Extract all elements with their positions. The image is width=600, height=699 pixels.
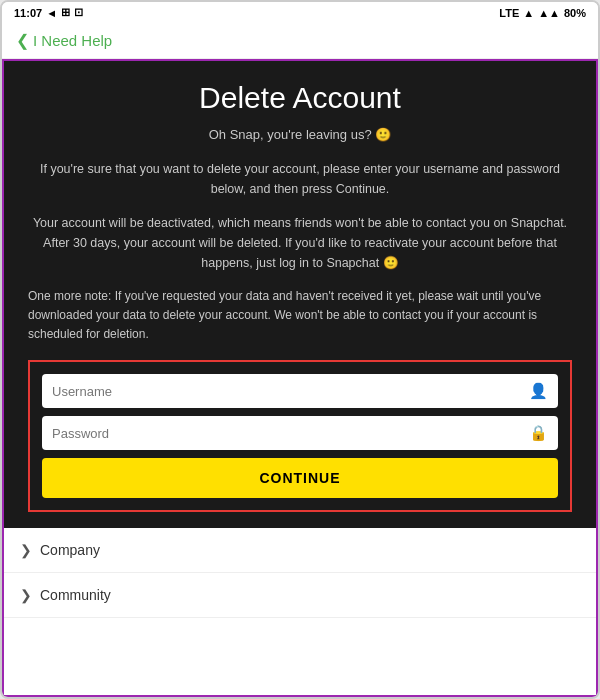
phone-frame: 11:07 ◄ ⊞ ⊡ LTE ▲ ▲▲ 80% ❮ I Need Help D… (0, 0, 600, 699)
community-label: Community (40, 587, 111, 603)
status-right: LTE ▲ ▲▲ 80% (499, 7, 586, 19)
nav-bar: ❮ I Need Help (2, 23, 598, 59)
signal-icon: ⊞ (61, 6, 70, 19)
community-chevron-icon: ❯ (20, 587, 32, 603)
back-chevron-icon: ❮ (16, 31, 29, 50)
status-left: 11:07 ◄ ⊞ ⊡ (14, 6, 83, 19)
username-input[interactable] (52, 384, 523, 399)
battery-level: 80% (564, 7, 586, 19)
lock-icon: 🔒 (529, 424, 548, 442)
menu-item-company[interactable]: ❯ Company (4, 528, 596, 573)
time-display: 11:07 (14, 7, 42, 19)
user-icon: 👤 (529, 382, 548, 400)
menu-item-community[interactable]: ❯ Community (4, 573, 596, 618)
back-button[interactable]: ❮ I Need Help (16, 31, 584, 50)
main-content: Delete Account Oh Snap, you're leaving u… (2, 59, 598, 697)
bluetooth-icon: ⊡ (74, 6, 83, 19)
company-chevron-icon: ❯ (20, 542, 32, 558)
form-section: 👤 🔒 CONTINUE (28, 360, 572, 512)
page-title: Delete Account (28, 81, 572, 115)
subtitle-text: Oh Snap, you're leaving us? 🙂 (28, 125, 572, 145)
continue-button[interactable]: CONTINUE (42, 458, 558, 498)
data-icon: LTE (499, 7, 519, 19)
status-bar: 11:07 ◄ ⊞ ⊡ LTE ▲ ▲▲ 80% (2, 2, 598, 23)
username-input-wrapper: 👤 (42, 374, 558, 408)
white-section: ❯ Company ❯ Community (4, 528, 596, 695)
description-paragraph-1: If you're sure that you want to delete y… (28, 159, 572, 199)
description-paragraph-2: Your account will be deactivated, which … (28, 213, 572, 273)
dark-section: Delete Account Oh Snap, you're leaving u… (4, 61, 596, 528)
wifi-icon: ▲ (523, 7, 534, 19)
password-input-wrapper: 🔒 (42, 416, 558, 450)
company-label: Company (40, 542, 100, 558)
signal-bars-icon: ▲▲ (538, 7, 560, 19)
password-input[interactable] (52, 426, 523, 441)
navigation-icon: ◄ (46, 7, 57, 19)
back-label: I Need Help (33, 32, 112, 49)
note-paragraph: One more note: If you've requested your … (28, 287, 572, 345)
